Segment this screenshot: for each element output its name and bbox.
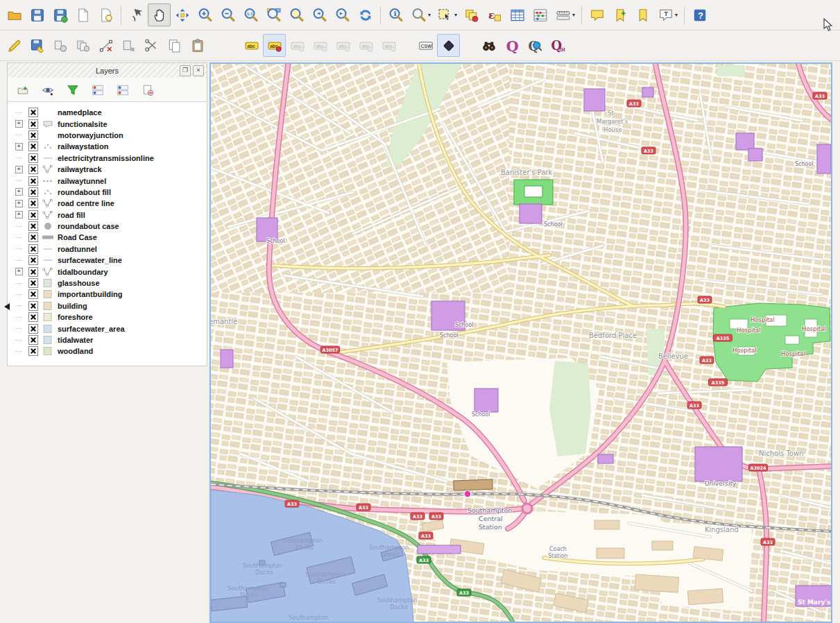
delete-selected-button[interactable] xyxy=(117,34,140,57)
paste-features-button[interactable] xyxy=(186,34,209,57)
layer-row-motorwayjunction[interactable]: motorwayjunction xyxy=(8,130,207,141)
zoom-region-button[interactable] xyxy=(262,3,285,26)
filter-legend-button[interactable] xyxy=(63,81,82,99)
identify-features-button[interactable]: i xyxy=(384,3,407,26)
osm-place-search-button[interactable] xyxy=(477,34,500,57)
layer-label[interactable]: roadtunnel xyxy=(58,245,97,253)
layer-checkbox[interactable] xyxy=(28,153,38,163)
layer-row-tidalboundary[interactable]: +tidalboundary xyxy=(8,266,207,277)
layer-checkbox[interactable] xyxy=(28,232,38,242)
layer-label[interactable]: electricitytransmissionline xyxy=(58,154,154,162)
layer-checkbox[interactable] xyxy=(28,278,38,288)
layer-checkbox[interactable] xyxy=(28,324,38,334)
layer-label[interactable]: road centre line xyxy=(58,199,114,207)
touch-zoom-button[interactable] xyxy=(125,3,148,26)
manage-themes-button[interactable] xyxy=(38,81,57,99)
layer-label[interactable]: railwaystation xyxy=(58,142,108,151)
copy-features-button[interactable] xyxy=(163,34,186,57)
layer-checkbox[interactable] xyxy=(28,187,38,197)
node-tool-button[interactable] xyxy=(94,34,117,57)
add-group-button[interactable] xyxy=(13,81,32,99)
layer-checkbox[interactable] xyxy=(28,312,38,322)
zoom-actual-dropdown[interactable]: ▾ xyxy=(428,12,434,18)
layer-row-namedplace[interactable]: namedplace xyxy=(8,107,207,118)
zoom-full-extent-button[interactable] xyxy=(171,3,194,26)
layer-label[interactable]: motorwayjunction xyxy=(58,131,123,139)
remove-layer-button[interactable] xyxy=(138,81,157,99)
layer-row-importantbuilding[interactable]: importantbuilding xyxy=(8,289,207,300)
metasearch-button[interactable] xyxy=(437,34,460,57)
layer-row-railwaytrack[interactable]: +railwaytrack xyxy=(8,164,207,175)
measure-dropdown[interactable]: ▾ xyxy=(572,12,578,18)
layer-checkbox[interactable] xyxy=(28,244,38,254)
new-composer-button[interactable] xyxy=(71,3,94,26)
expander-icon[interactable]: + xyxy=(12,143,25,151)
layer-row-electricitytransmissionline[interactable]: electricitytransmissionline xyxy=(8,153,207,164)
zoom-native-button[interactable]: 1:1 xyxy=(239,3,262,26)
select-by-expression-button[interactable]: ε xyxy=(483,3,506,26)
move-feature-button[interactable] xyxy=(71,34,94,57)
open-attribute-table-button[interactable] xyxy=(506,3,529,26)
layer-row-woodland[interactable]: woodland xyxy=(8,345,207,357)
expander-icon[interactable]: + xyxy=(12,211,25,219)
layer-row-railwaytunnel[interactable]: railwaytunnel xyxy=(8,175,207,186)
float-panel-button[interactable]: ❐ xyxy=(180,65,191,76)
layer-checkbox[interactable] xyxy=(28,221,38,231)
move-label-button[interactable]: abc xyxy=(309,34,332,57)
map-canvas[interactable]: A33A33A33A33A335A33A335A33A3057A3024A33A… xyxy=(209,62,832,623)
csw-search-button[interactable]: CSW xyxy=(414,34,437,57)
layer-checkbox[interactable] xyxy=(28,130,38,140)
quickosm-button[interactable]: Q xyxy=(500,34,523,57)
add-feature-button[interactable] xyxy=(49,34,71,57)
zoom-out-button[interactable] xyxy=(216,3,239,26)
layer-row-road-centre-line[interactable]: +road centre line xyxy=(8,198,207,209)
layer-checkbox[interactable] xyxy=(28,289,38,299)
layer-row-roundabout-case[interactable]: roundabout case xyxy=(8,221,207,232)
layer-checkbox[interactable] xyxy=(28,176,38,186)
layer-label[interactable]: roundabout fill xyxy=(58,188,111,196)
layer-row-railwaystation[interactable]: +railwaystation xyxy=(8,141,207,152)
measure-button[interactable] xyxy=(551,3,574,26)
deselect-features-button[interactable] xyxy=(460,3,483,26)
save-project-as-button[interactable] xyxy=(49,3,71,26)
layer-checkbox[interactable] xyxy=(28,198,38,208)
zoom-in-button[interactable] xyxy=(194,3,216,26)
layer-row-functionalsite[interactable]: +functionalsite xyxy=(8,118,207,129)
help-button[interactable]: ? xyxy=(688,3,711,26)
pin-labels-button[interactable]: abc xyxy=(263,34,286,57)
select-features-dropdown[interactable]: ▾ xyxy=(454,12,460,18)
expander-icon[interactable]: + xyxy=(12,120,25,128)
new-bookmark-button[interactable] xyxy=(608,3,631,26)
pan-map-button[interactable] xyxy=(148,3,171,26)
zoom-next-button[interactable] xyxy=(331,3,354,26)
text-annotation-dropdown[interactable]: ▾ xyxy=(675,12,680,18)
layer-checkbox[interactable] xyxy=(28,335,38,345)
layer-label[interactable]: railwaytrack xyxy=(58,165,102,173)
text-annotation-button[interactable]: T xyxy=(654,3,677,26)
layer-checkbox[interactable] xyxy=(28,210,38,220)
layer-checkbox[interactable] xyxy=(28,346,38,356)
expander-icon[interactable]: + xyxy=(12,166,25,173)
label-properties-button[interactable]: abc xyxy=(377,34,400,57)
layer-row-roundabout-fill[interactable]: +roundabout fill xyxy=(8,187,207,198)
layer-label[interactable]: railwaytunnel xyxy=(58,177,106,185)
layer-label[interactable]: tidalwater xyxy=(58,336,93,344)
layer-checkbox[interactable] xyxy=(28,142,38,151)
layer-row-surfacewater-line[interactable]: surfacewater_line xyxy=(8,255,207,266)
layer-row-road-fill[interactable]: +road fill xyxy=(8,210,207,221)
layer-label[interactable]: importantbuilding xyxy=(58,290,122,298)
map-tips-button[interactable] xyxy=(585,3,608,26)
layer-label[interactable]: building xyxy=(58,302,87,310)
layer-label[interactable]: roundabout case xyxy=(58,222,119,230)
rotate-label-button[interactable]: abc xyxy=(332,34,354,57)
zoom-selection-button[interactable] xyxy=(285,3,308,26)
qgis-plugin-button[interactable]: QGI xyxy=(546,34,569,57)
layer-label[interactable]: functionalsite xyxy=(58,120,108,128)
expander-icon[interactable]: + xyxy=(12,200,25,207)
close-panel-button[interactable]: × xyxy=(193,65,204,76)
layer-row-glasshouse[interactable]: glasshouse xyxy=(8,278,207,289)
highlight-labels-button[interactable]: abc xyxy=(286,34,309,57)
layer-label[interactable]: surfacewater_area xyxy=(58,325,125,333)
layer-row-building[interactable]: building xyxy=(8,300,207,312)
layer-checkbox[interactable] xyxy=(28,164,38,174)
